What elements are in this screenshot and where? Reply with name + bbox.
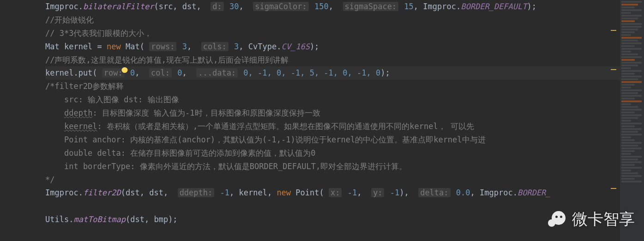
comment: */: [45, 175, 54, 184]
warning-marker[interactable]: [611, 188, 616, 189]
code-line[interactable]: /*filter2D参数解释: [45, 80, 621, 93]
code-line[interactable]: Point anchor: 内核的基准点(anchor)，其默认值为(-1,-1…: [45, 133, 621, 147]
method-name: matToBitmap: [73, 215, 126, 224]
param-hint: ddepth:: [178, 188, 215, 197]
comment: //开始做锐化: [45, 15, 94, 24]
param-hint: ...data:: [196, 68, 238, 77]
comment: Point anchor: 内核的基准点(anchor)，其默认值为(-1,-1…: [45, 135, 486, 144]
spell-warning: ddepth: [64, 108, 92, 118]
code-line-active[interactable]: kernel.put( row: 0, col: 0, ...data: 0, …: [45, 66, 621, 80]
comment: /*filter2D参数解释: [45, 82, 124, 91]
code-line[interactable]: Utils.matToBitmap(dst, bmp);: [45, 213, 621, 226]
code-line[interactable]: [45, 200, 621, 213]
code-line[interactable]: Mat kernel = new Mat( rows: 3, cols: 3, …: [45, 40, 621, 53]
param-hint: sigmaSpace:: [343, 2, 399, 11]
param-hint: cols:: [201, 42, 229, 51]
code-line[interactable]: //声明系数,这里就是锐化的算值,现在写上默认,后面会详细用到讲解: [45, 53, 621, 67]
code-editor[interactable]: Imgproc.bilateralFilter(src, dst, d: 30,…: [0, 0, 621, 226]
code-line[interactable]: Imgproc.bilateralFilter(src, dst, d: 30,…: [45, 0, 621, 13]
code-line[interactable]: keernel: 卷积核（或者是相关核）,一个单通道浮点型矩阵。如果想在图像不同…: [45, 120, 621, 133]
code-line[interactable]: double delta: 在储存目标图像前可选的添加到像素的值，默认值为0: [45, 147, 621, 160]
param-hint: col:: [149, 68, 172, 77]
keyword: new: [107, 42, 121, 51]
comment: double delta: 在储存目标图像前可选的添加到像素的值，默认值为0: [45, 148, 315, 158]
keyword: new: [277, 188, 291, 197]
spell-warning: keernel: [64, 122, 97, 131]
code-line[interactable]: src: 输入图像 dst: 输出图像: [45, 93, 621, 106]
warning-marker[interactable]: [611, 30, 616, 31]
param-hint: d:: [211, 2, 223, 11]
method-name: bilateralFilter: [83, 2, 154, 11]
param-hint: delta:: [418, 188, 450, 197]
lightbulb-icon[interactable]: [121, 67, 128, 74]
param-hint: sigmaColor:: [253, 2, 309, 11]
warning-marker[interactable]: [611, 69, 616, 70]
code-line[interactable]: */: [45, 173, 621, 187]
comment: src: 输入图像 dst: 输出图像: [45, 95, 179, 104]
param-hint: rows:: [149, 42, 176, 51]
method-name: filter2D: [83, 188, 121, 197]
code-line[interactable]: Imgproc.filter2D(dst, dst, ddepth: -1, k…: [45, 186, 621, 200]
code-line[interactable]: // 3*3代表我们眼模的大小，: [45, 27, 621, 40]
comment: // 3*3代表我们眼模的大小，: [45, 29, 152, 38]
code-line[interactable]: int borderType: 像素向外逼近的方法，默认值是BORDER_DEF…: [45, 160, 621, 173]
param-hint: y:: [371, 188, 384, 197]
param-hint: x:: [329, 188, 342, 197]
code-line[interactable]: //开始做锐化: [45, 13, 621, 27]
minimap[interactable]: [620, 0, 644, 241]
code-token: Imgproc.: [45, 2, 83, 11]
comment: int borderType: 像素向外逼近的方法，默认值是BORDER_DEF…: [45, 162, 407, 171]
code-line[interactable]: ddepth: 目标图像深度 输入值为-1时，目标图像和原图像深度保持一致: [45, 106, 621, 120]
comment: //声明系数,这里就是锐化的算值,现在写上默认,后面会详细用到讲解: [45, 55, 289, 65]
